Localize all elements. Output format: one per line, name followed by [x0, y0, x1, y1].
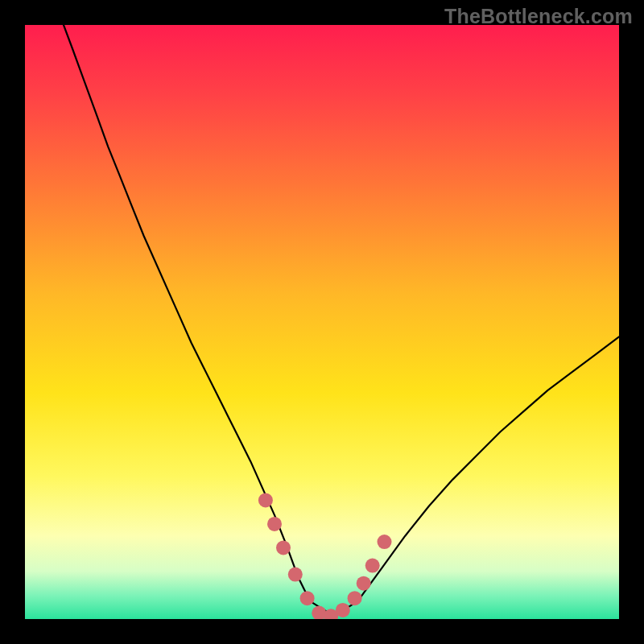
highlight-marker	[258, 493, 273, 507]
chart-frame: TheBottleneck.com	[0, 0, 644, 644]
highlight-marker	[276, 540, 291, 555]
highlight-markers	[258, 493, 392, 619]
highlight-marker	[336, 603, 350, 617]
highlight-marker	[365, 559, 380, 573]
bottleneck-curve	[64, 25, 619, 616]
highlight-marker	[300, 591, 315, 605]
highlight-marker	[288, 568, 303, 582]
highlight-marker	[357, 576, 371, 591]
watermark-text: TheBottleneck.com	[444, 5, 633, 28]
highlight-marker	[348, 591, 362, 605]
curve-layer	[25, 25, 619, 619]
highlight-marker	[267, 517, 282, 531]
plot-area	[25, 25, 619, 619]
highlight-marker	[378, 535, 392, 549]
